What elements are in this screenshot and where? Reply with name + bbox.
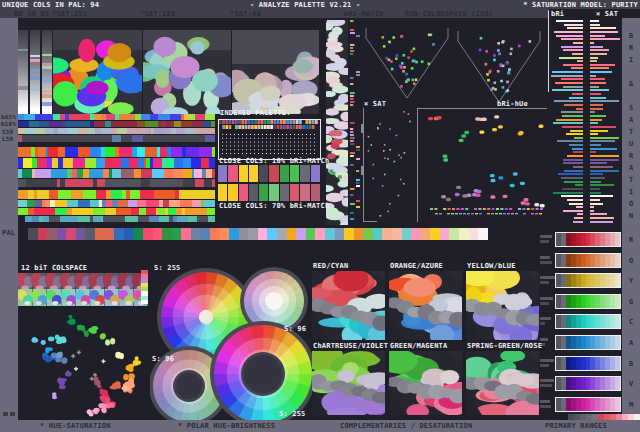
pal-swatch[interactable]: [239, 228, 249, 240]
close-col-swatch[interactable]: [300, 184, 309, 201]
pal-swatch[interactable]: [296, 228, 306, 240]
pal-swatch[interactable]: [85, 228, 95, 240]
pal-swatch[interactable]: [421, 228, 431, 240]
comp-pale-blob: [440, 370, 459, 384]
indexed-cell: [261, 120, 264, 124]
pal-swatch[interactable]: [402, 228, 412, 240]
pal-swatch[interactable]: [267, 228, 277, 240]
pal-swatch[interactable]: [325, 228, 335, 240]
pal-swatch[interactable]: [133, 228, 143, 240]
pal-swatch[interactable]: [411, 228, 421, 240]
close-col-swatch[interactable]: [280, 165, 289, 182]
pal-swatch[interactable]: [382, 228, 392, 240]
pal-swatch[interactable]: [287, 228, 297, 240]
pal-swatch[interactable]: [124, 228, 134, 240]
primary-range-strip[interactable]: [555, 253, 621, 268]
pal-swatch[interactable]: [373, 228, 383, 240]
close-col-swatch[interactable]: [218, 184, 227, 201]
range-mini-bar: [540, 317, 551, 320]
index-slot-dot: [286, 142, 287, 143]
sat-dot: [368, 150, 370, 152]
pal-swatch[interactable]: [66, 228, 76, 240]
close-col-swatch[interactable]: [259, 184, 268, 201]
pal-swatch[interactable]: [258, 228, 268, 240]
rug-mark: [439, 213, 442, 214]
pal-strip[interactable]: [28, 228, 488, 240]
strip-cell: [45, 114, 53, 120]
pal-swatch[interactable]: [392, 228, 402, 240]
range-mini-bar: [540, 359, 554, 362]
pal-swatch[interactable]: [200, 228, 210, 240]
primary-range-strip[interactable]: [555, 314, 621, 329]
close-col-swatch[interactable]: [259, 165, 268, 182]
strip-cell: [158, 114, 170, 120]
primary-range-strip[interactable]: [555, 335, 621, 350]
pal-swatch[interactable]: [162, 228, 172, 240]
sat-128-label[interactable]: *SAT:128: [140, 10, 175, 18]
pal-swatch[interactable]: [229, 228, 239, 240]
pal-swatch[interactable]: [220, 228, 230, 240]
pal-swatch[interactable]: [114, 228, 124, 240]
pal-swatch[interactable]: [76, 228, 86, 240]
close-col-swatch[interactable]: [290, 165, 299, 182]
pal-swatch[interactable]: [95, 228, 105, 240]
close-col-swatch[interactable]: [239, 184, 248, 201]
primary-range-strip[interactable]: [555, 232, 621, 247]
ramp-band: [30, 76, 40, 80]
pal-swatch[interactable]: [57, 228, 67, 240]
primary-range-strip[interactable]: [555, 376, 621, 391]
primary-range-strip[interactable]: [555, 397, 621, 412]
pal-swatch[interactable]: [172, 228, 182, 240]
close-col-swatch[interactable]: [228, 184, 237, 201]
close-col-swatch[interactable]: [290, 184, 299, 201]
pal-swatch[interactable]: [153, 228, 163, 240]
pal-swatch[interactable]: [449, 228, 459, 240]
pal-swatch[interactable]: [181, 228, 191, 240]
panel-border: [417, 108, 547, 109]
pal-swatch[interactable]: [315, 228, 325, 240]
pal-swatch[interactable]: [105, 228, 115, 240]
close-col-swatch[interactable]: [269, 165, 278, 182]
pal-swatch[interactable]: [335, 228, 345, 240]
close-col-swatch[interactable]: [269, 184, 278, 201]
pal-swatch[interactable]: [277, 228, 287, 240]
close-col-swatch[interactable]: [239, 165, 248, 182]
pal-swatch[interactable]: [430, 228, 440, 240]
close-col-swatch[interactable]: [311, 165, 320, 182]
pal-swatch[interactable]: [47, 228, 57, 240]
sat-48-label[interactable]: *SAT:48: [230, 10, 261, 18]
pal-swatch[interactable]: [440, 228, 450, 240]
close-col-swatch[interactable]: [228, 165, 237, 182]
pal-swatch[interactable]: [363, 228, 373, 240]
close-col-swatch[interactable]: [311, 184, 320, 201]
indexed-cell: [241, 120, 244, 124]
close-col-swatch[interactable]: [300, 165, 309, 182]
index-slot-dot: [242, 153, 243, 154]
close-col-swatch[interactable]: [280, 184, 289, 201]
colorspace-dot: [413, 48, 416, 51]
pal-swatch[interactable]: [478, 228, 488, 240]
pal-swatch[interactable]: [210, 228, 220, 240]
pal-swatch[interactable]: [248, 228, 258, 240]
pal-swatch[interactable]: [354, 228, 364, 240]
close-col-swatch[interactable]: [249, 165, 258, 182]
pal-swatch[interactable]: [306, 228, 316, 240]
primary-range-strip[interactable]: [555, 356, 621, 371]
primary-range-strip[interactable]: [555, 294, 621, 309]
pal-swatch[interactable]: [469, 228, 479, 240]
close-col-swatch[interactable]: [218, 165, 227, 182]
pal-swatch[interactable]: [143, 228, 153, 240]
rug-mark: [478, 208, 481, 210]
index-slot-dot: [290, 149, 291, 150]
index-slot-dot: [258, 149, 259, 150]
colorspace-dot: [510, 48, 513, 51]
pal-swatch[interactable]: [459, 228, 469, 240]
indexed-palette-grid[interactable]: [219, 120, 318, 157]
pal-swatch[interactable]: [28, 228, 38, 240]
pal-swatch[interactable]: [191, 228, 201, 240]
primary-range-strip[interactable]: [555, 273, 621, 288]
close-col-swatch[interactable]: [249, 184, 258, 201]
sat-255-label[interactable]: *SAT:255: [52, 10, 87, 18]
pal-swatch[interactable]: [344, 228, 354, 240]
pal-swatch[interactable]: [38, 228, 48, 240]
